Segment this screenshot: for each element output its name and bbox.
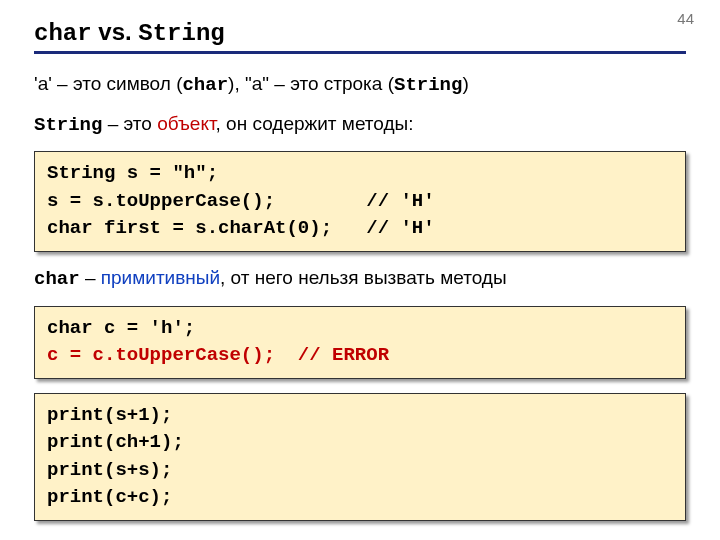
l2c: объект [157, 113, 215, 134]
line-string-is-object: String – это объект, он содержит методы: [34, 112, 686, 138]
l1a: 'a' – это символ ( [34, 73, 182, 94]
code-char-error: char c = 'h'; c = c.toUpperCase(); // ER… [34, 306, 686, 379]
l2a: String [34, 114, 102, 136]
line-char-primitive: char – примитивный, от него нельзя вызва… [34, 266, 686, 292]
l1b: char [182, 74, 228, 96]
c2l2b: // ERROR [298, 344, 389, 366]
l3a: char [34, 268, 80, 290]
l3b: – [80, 267, 101, 288]
title-string: String [138, 20, 224, 47]
l1d: String [394, 74, 462, 96]
l3d: , от него нельзя вызвать методы [220, 267, 507, 288]
slide-title: char vs. String [34, 18, 686, 54]
l2d: , он содержит методы: [216, 113, 414, 134]
code-print-examples: print(s+1); print(ch+1); print(s+s); pri… [34, 393, 686, 521]
l2b: – это [102, 113, 157, 134]
c2l2a: c = c.toUpperCase(); [47, 344, 298, 366]
line-char-vs-string: 'a' – это символ (char), "a" – это строк… [34, 72, 686, 98]
l3c: примитивный [101, 267, 220, 288]
l1e: ) [462, 73, 468, 94]
title-vs: vs. [92, 18, 139, 45]
title-char: char [34, 20, 92, 47]
page-number: 44 [677, 10, 694, 27]
l1c: ), "a" – это строка ( [228, 73, 394, 94]
c2l1: char c = 'h'; [47, 317, 195, 339]
code-string-example: String s = "h"; s = s.toUpperCase(); // … [34, 151, 686, 252]
